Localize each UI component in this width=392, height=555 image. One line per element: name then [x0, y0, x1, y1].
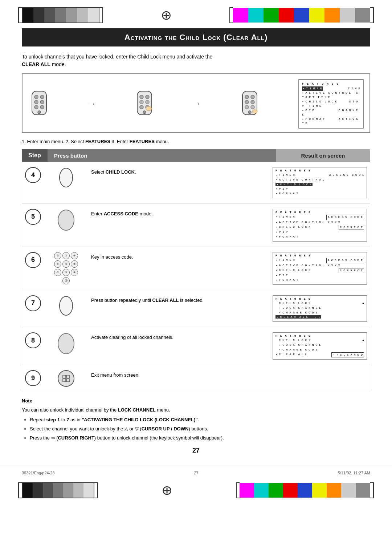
menu-button[interactable]: [58, 370, 74, 387]
header-press: Press button: [48, 149, 276, 162]
menu-child-lock-top: • C H I L D L O C K S T O P T I M E: [302, 100, 360, 108]
key-9[interactable]: ⑨: [71, 269, 78, 276]
color-bar-gray: [355, 8, 370, 23]
step-row-8: 8 Activate clearing of all locked channe…: [22, 327, 370, 365]
key-5[interactable]: ⑤: [62, 260, 70, 268]
up-button[interactable]: [58, 167, 74, 188]
svg-point-6: [40, 105, 44, 109]
key-4[interactable]: ④: [54, 260, 61, 268]
note-text: You can also unlock individual channel b…: [22, 406, 370, 414]
bot-color-gray: [356, 483, 370, 498]
footer-left: 30321/Eng/p24-28: [22, 471, 55, 475]
ok-button[interactable]: [57, 209, 75, 231]
key-8[interactable]: ⑧: [62, 269, 70, 276]
key-7[interactable]: ⑦: [54, 269, 61, 276]
remote-3: [239, 90, 261, 118]
menu-pip: • P I P C H A N N E L: [302, 108, 360, 117]
remote-svg-3: [239, 90, 261, 118]
svg-rect-31: [66, 375, 69, 378]
bot-color-2: [33, 483, 43, 498]
step-num-6: 6: [25, 252, 41, 268]
instruction-box: → →: [22, 73, 370, 133]
step-num-5: 5: [25, 209, 41, 225]
remote-svg-1: [28, 90, 50, 118]
step-desc-6: Key in access code.: [91, 252, 268, 261]
menu-screen-top: F E A T U R E S ✦ T I M E R T I M E • A …: [298, 79, 364, 129]
bot-color-silver: [341, 483, 356, 498]
color-bar-lightgray: [340, 8, 355, 23]
bot-color-red: [283, 483, 298, 498]
key-6[interactable]: ⑥: [71, 260, 78, 268]
menu-title: F E A T U R E S: [302, 82, 360, 85]
step-num-4: 4: [25, 167, 41, 183]
key-3[interactable]: ③: [71, 252, 78, 259]
color-bar-yellow: [309, 8, 324, 23]
steps-container: 4 Select CHILD LOCK. F E A T U R E S • T…: [22, 162, 370, 392]
note-section: Note You can also unlock individual chan…: [22, 397, 370, 442]
main-content: Activating the Child Lock (Clear All) To…: [0, 25, 392, 467]
bot-color-6: [73, 483, 83, 498]
step-num-7: 7: [25, 295, 41, 311]
step-result-6: F E A T U R E S • T I M E R A C C E S S …: [273, 252, 367, 285]
note-list: Repeat step 1 to 7 as in "ACTIVATING THE…: [30, 416, 370, 442]
bot-color-cyan: [254, 483, 269, 498]
color-block-5: [66, 8, 77, 23]
svg-point-24: [248, 111, 251, 114]
color-bar-cyan: [248, 8, 264, 23]
up-button-2[interactable]: [58, 295, 74, 316]
crosshair-bottom: ⊕: [162, 483, 172, 498]
svg-rect-33: [66, 379, 69, 382]
key-0[interactable]: ⓪: [62, 277, 70, 284]
svg-point-12: [146, 100, 149, 104]
numpad[interactable]: ① ② ③ ④ ⑤ ⑥ ⑦ ⑧ ⑨ ⓪: [54, 252, 78, 284]
color-block-4: [55, 8, 66, 23]
step-button-8: [46, 332, 86, 355]
note-title: Note: [22, 397, 370, 405]
bot-color-7: [83, 483, 94, 498]
svg-point-15: [143, 111, 146, 114]
menu-icon: [62, 374, 70, 382]
color-block-6: [77, 8, 88, 23]
footer: 30321/Eng/p24-28 27 5/11/02, 11:27 AM: [0, 467, 392, 479]
note-item-1: Repeat step 1 to 7 as in "ACTIVATING THE…: [30, 416, 370, 424]
svg-point-11: [140, 100, 143, 104]
color-block-1: [23, 8, 33, 23]
bot-color-magenta: [240, 483, 254, 498]
bot-color-blue: [298, 483, 312, 498]
page-title: Activating the Child Lock (Clear All): [22, 28, 370, 46]
instruction-steps-text: 1. Enter main menu. 2. Select FEATURES 3…: [22, 139, 370, 144]
crosshair-top: ⊕: [161, 8, 172, 23]
step-row-6: 6 ① ② ③ ④ ⑤ ⑥ ⑦ ⑧ ⑨ ⓪ Key in access code…: [22, 247, 370, 290]
svg-point-7: [38, 111, 41, 114]
color-bar-green: [264, 8, 279, 23]
step-row-5: 5 Enter ACCESS CODE mode. F E A T U R E …: [22, 204, 370, 247]
svg-point-4: [40, 100, 44, 104]
svg-point-26: [60, 168, 73, 187]
remote-1: [28, 90, 50, 118]
bot-color-3: [43, 483, 53, 498]
key-2[interactable]: ②: [62, 252, 70, 259]
step-desc-8: Activate clearing of all locked channels…: [91, 332, 268, 341]
step-desc-5: Enter ACCESS CODE mode.: [91, 209, 268, 218]
svg-point-25: [252, 110, 257, 113]
svg-point-16: [146, 106, 152, 111]
menu-timer: ✦ T I M E R: [302, 86, 323, 91]
svg-point-5: [34, 105, 38, 109]
footer-center: 27: [194, 471, 198, 475]
svg-point-1: [34, 95, 38, 99]
bot-color-1: [23, 483, 33, 498]
step-desc-9: Exit menu from screen.: [91, 370, 268, 379]
bot-color-5: [63, 483, 73, 498]
step-desc-4: Select CHILD LOCK.: [91, 167, 268, 176]
svg-point-23: [251, 105, 254, 109]
key-1[interactable]: ①: [54, 252, 61, 259]
header-result: Result on screen: [276, 149, 370, 162]
page-number: 27: [22, 447, 370, 454]
step-result-4: F E A T U R E S • T I M E R A C C E S S …: [273, 167, 367, 198]
bot-color-yellow: [312, 483, 327, 498]
ok-button-2[interactable]: [57, 332, 75, 355]
svg-point-29: [58, 333, 74, 354]
step-button-4: [46, 167, 86, 188]
bot-color-green: [269, 483, 283, 498]
step-row-4: 4 Select CHILD LOCK. F E A T U R E S • T…: [22, 162, 370, 204]
